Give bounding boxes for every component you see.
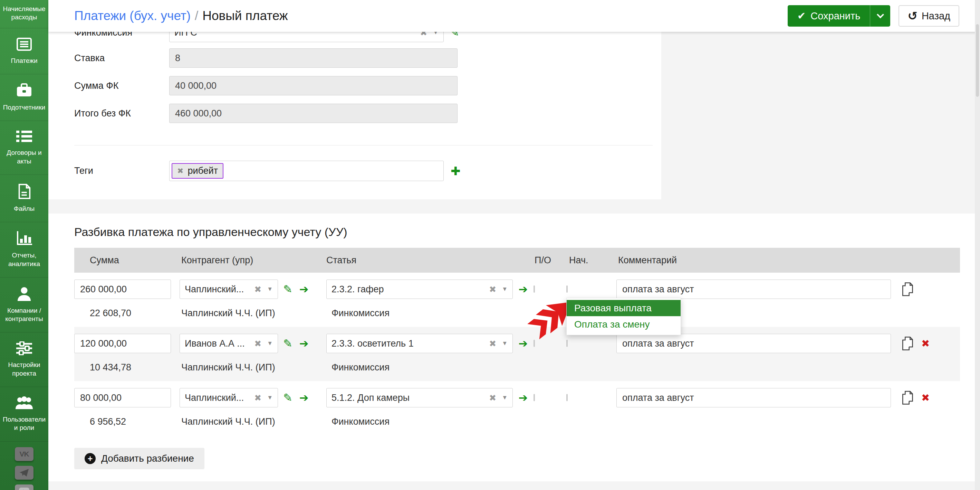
comment-input[interactable] (616, 388, 891, 407)
chevron-down-icon[interactable]: ▼ (502, 286, 508, 293)
goto-arrow-icon[interactable]: ➔ (299, 337, 309, 350)
check-icon: ✔ (797, 10, 806, 22)
article-select[interactable]: 5.1.2. Доп камеры ✖ ▼ (326, 388, 513, 407)
contractor-select[interactable]: Чаплинский... ✖ ▼ (180, 388, 278, 407)
add-tag-icon[interactable]: ✚ (451, 164, 461, 178)
chevron-down-icon[interactable]: ▼ (433, 32, 439, 36)
comment-input[interactable] (616, 334, 891, 353)
finkom-select[interactable]: ИП С ✖ ▼ (169, 32, 444, 42)
po-checkbox[interactable] (533, 286, 535, 293)
sidebar-item-reports[interactable]: Отчеты, аналитика (0, 222, 48, 278)
goto-arrow-icon[interactable]: ➔ (299, 283, 309, 296)
vk-icon[interactable]: VK (15, 447, 33, 461)
person-icon (17, 286, 32, 301)
sidebar-item-accountables[interactable]: Подотчетники (0, 74, 48, 121)
sidebar-item-files[interactable]: Файлы (0, 175, 48, 222)
sum-input[interactable] (74, 334, 171, 353)
table-header: Сумма Контрагент (упр) Статья П/О Нач. К… (74, 248, 960, 273)
delete-row-icon[interactable]: ✖ (921, 392, 929, 404)
telegram-icon[interactable] (15, 466, 33, 480)
nach-checkbox[interactable] (566, 394, 568, 401)
goto-arrow-icon[interactable]: ➔ (519, 391, 528, 404)
article-value: 2.3.2. гафер (331, 284, 384, 295)
tag-chip: ✖ рибейт (172, 163, 223, 179)
clear-icon[interactable]: ✖ (254, 393, 261, 403)
clear-icon[interactable]: ✖ (254, 284, 261, 294)
social-links: VK (0, 447, 48, 490)
goto-arrow-icon[interactable]: ➔ (519, 283, 528, 296)
contractor-select[interactable]: Иванов А.А ... ✖ ▼ (180, 334, 278, 353)
contractor-select[interactable]: Чаплинский... ✖ ▼ (180, 279, 278, 299)
clear-icon[interactable]: ✖ (420, 32, 427, 38)
clear-icon[interactable]: ✖ (489, 284, 496, 294)
article-value: 5.1.2. Доп камеры (331, 393, 410, 403)
sidebar-item-contracts[interactable]: Договоры и акты (0, 121, 48, 175)
chevron-down-icon[interactable]: ▼ (267, 340, 273, 347)
save-dropdown-toggle[interactable] (870, 5, 890, 27)
chevron-down-icon[interactable]: ▼ (267, 286, 273, 293)
goto-arrow-icon[interactable]: ➔ (519, 337, 528, 350)
fk-article: Финкомиссия (331, 308, 390, 319)
sidebar-item-label: Платежи (11, 57, 37, 65)
nach-checkbox[interactable] (566, 286, 568, 293)
chevron-down-icon[interactable]: ▼ (267, 394, 273, 401)
sidebar-item-payments[interactable]: Платежи (0, 28, 48, 74)
edit-pencil-icon[interactable]: ✎ (283, 283, 293, 296)
clear-icon[interactable]: ✖ (254, 338, 261, 349)
edit-pencil-icon[interactable]: ✎ (283, 391, 293, 404)
breadcrumb-payments-link[interactable]: Платежи (бух. учет) (74, 9, 191, 23)
breadcrumb-separator: / (195, 9, 198, 23)
comment-input[interactable] (616, 279, 891, 299)
chevron-down-icon[interactable]: ▼ (502, 340, 508, 347)
scrollbar[interactable] (975, 0, 980, 490)
clear-icon[interactable]: ✖ (489, 338, 496, 349)
page-title: Новый платеж (202, 9, 288, 23)
article-select[interactable]: 2.3.2. гафер ✖ ▼ (326, 279, 513, 299)
copy-icon[interactable] (901, 391, 913, 405)
fk-contractor: Чаплинский Ч.Ч. (ИП) (180, 417, 318, 427)
edit-pencil-icon[interactable]: ✎ (283, 337, 293, 350)
col-header-comment: Комментарий (616, 255, 891, 266)
fk-contractor: Чаплинский Ч.Ч. (ИП) (180, 362, 318, 373)
sidebar-item-project-settings[interactable]: Настройки проекта (0, 332, 48, 387)
menu-item-one-time-payment[interactable]: Разовая выплата (567, 300, 681, 316)
article-select[interactable]: 2.3.3. осветитель 1 ✖ ▼ (326, 334, 513, 353)
fk-sum: 22 608,70 (74, 308, 171, 319)
summa-fk-label: Сумма ФК (74, 80, 169, 91)
sidebar-item-label: Подотчетники (3, 103, 45, 112)
sum-input[interactable] (74, 388, 171, 407)
chevron-down-icon[interactable]: ▼ (502, 394, 508, 401)
add-breakdown-button[interactable]: + Добавить разбиение (74, 448, 204, 469)
top-bar: Платежи (бух. учет) / Новый платеж ✔ Сох… (48, 0, 980, 32)
breakdown-table: Сумма Контрагент (упр) Статья П/О Нач. К… (74, 248, 960, 436)
scrollbar-thumb[interactable] (976, 24, 979, 97)
fk-sum: 6 956,52 (74, 417, 171, 427)
youtube-icon[interactable] (15, 484, 33, 490)
breakdown-panel: Разбивка платежа по управленческому учет… (48, 214, 980, 481)
sidebar: Начисляемые расходы Платежи Подотчетники… (0, 0, 48, 490)
goto-arrow-icon[interactable]: ➔ (299, 391, 309, 404)
nach-checkbox[interactable] (566, 340, 568, 347)
summa-fk-field: 40 000,00 (169, 76, 458, 96)
col-header-po: П/О (533, 255, 566, 266)
tags-select[interactable]: ✖ рибейт (169, 161, 444, 181)
sidebar-item-label: Отчеты, аналитика (2, 251, 46, 268)
delete-row-icon[interactable]: ✖ (921, 338, 929, 350)
copy-icon[interactable] (901, 283, 913, 296)
sum-input[interactable] (74, 279, 171, 299)
file-icon (18, 184, 31, 199)
sidebar-item-users-roles[interactable]: Пользователи и роли (0, 387, 48, 442)
po-checkbox[interactable] (533, 394, 535, 401)
clear-icon[interactable]: ✖ (489, 393, 496, 403)
edit-pencil-icon[interactable]: ✎ (450, 32, 459, 39)
fk-contractor: Чаплинский Ч.Ч. (ИП) (180, 308, 318, 319)
menu-item-per-shift-payment[interactable]: Оплата за смену (567, 316, 681, 332)
sidebar-item-companies[interactable]: Компании / контрагенты (0, 278, 48, 333)
payment-type-menu: Разовая выплата Оплата за смену (566, 298, 681, 335)
po-checkbox[interactable] (533, 340, 535, 347)
save-button[interactable]: ✔ Сохранить (788, 5, 870, 27)
sidebar-item-accrued-expenses[interactable]: Начисляемые расходы (0, 0, 48, 28)
back-button[interactable]: ↺ Назад (899, 5, 959, 27)
copy-icon[interactable] (901, 337, 913, 350)
remove-tag-icon[interactable]: ✖ (177, 166, 183, 175)
